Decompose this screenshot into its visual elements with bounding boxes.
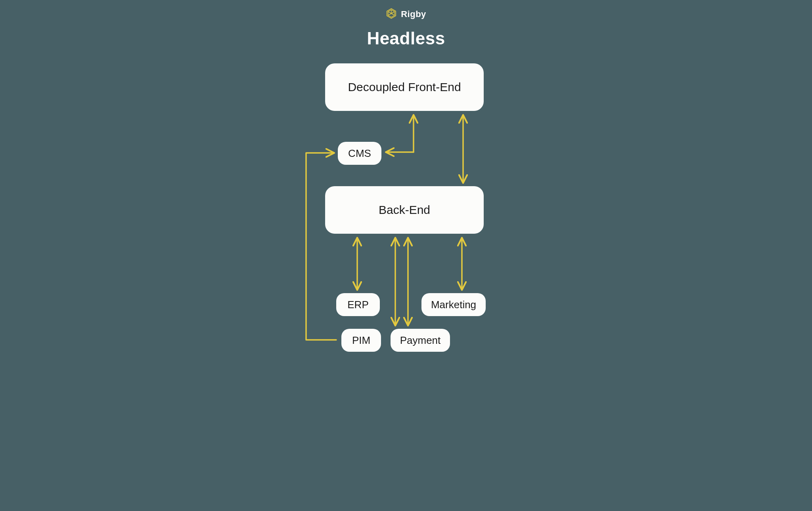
node-erp: ERP (336, 293, 380, 316)
edge-pim-cms (306, 153, 336, 340)
brand: Rigby (133, 8, 679, 21)
node-marketing: Marketing (421, 293, 486, 316)
node-backend: Back-End (325, 186, 484, 234)
diagram-canvas: Rigby Headless Decoupled Front-End CMS B… (133, 0, 679, 355)
diagram-title: Headless (133, 29, 679, 48)
brand-logo-icon (386, 8, 397, 21)
node-pim: PIM (341, 329, 381, 352)
arrows-layer (133, 0, 679, 355)
node-frontend: Decoupled Front-End (325, 63, 484, 111)
brand-name: Rigby (401, 9, 426, 19)
node-cms: CMS (338, 142, 381, 165)
node-payment: Payment (391, 329, 450, 352)
